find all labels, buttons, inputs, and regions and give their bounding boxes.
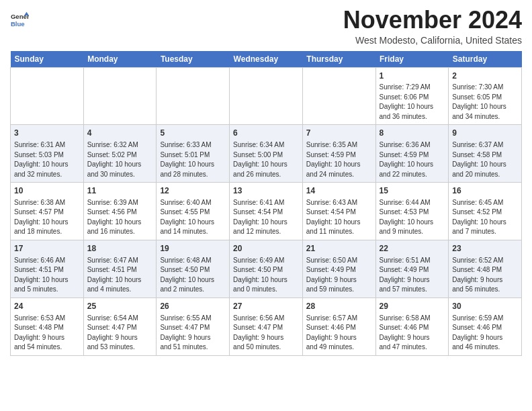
calendar-cell: 29Sunrise: 6:58 AM Sunset: 4:46 PM Dayli… xyxy=(375,298,449,355)
day-info: Sunrise: 6:58 AM Sunset: 4:46 PM Dayligh… xyxy=(380,314,445,353)
calendar-week-4: 17Sunrise: 6:46 AM Sunset: 4:51 PM Dayli… xyxy=(11,240,522,298)
day-info: Sunrise: 6:40 AM Sunset: 4:55 PM Dayligh… xyxy=(160,198,226,237)
day-number: 21 xyxy=(306,243,372,255)
day-number: 18 xyxy=(87,243,153,255)
day-info: Sunrise: 6:41 AM Sunset: 4:54 PM Dayligh… xyxy=(233,198,299,237)
day-number: 13 xyxy=(233,185,299,197)
page-title: November 2024 xyxy=(343,7,522,34)
calendar-cell: 23Sunrise: 6:52 AM Sunset: 4:48 PM Dayli… xyxy=(449,240,522,298)
calendar-cell xyxy=(11,67,84,125)
calendar-cell xyxy=(302,67,375,125)
page-subtitle: West Modesto, California, United States xyxy=(343,35,522,46)
day-info: Sunrise: 6:32 AM Sunset: 5:02 PM Dayligh… xyxy=(87,140,153,179)
day-number: 1 xyxy=(380,71,445,82)
day-number: 3 xyxy=(14,128,80,139)
calendar-cell xyxy=(157,67,230,125)
day-number: 6 xyxy=(233,128,299,139)
day-info: Sunrise: 6:52 AM Sunset: 4:48 PM Dayligh… xyxy=(452,256,518,295)
day-info: Sunrise: 6:36 AM Sunset: 4:59 PM Dayligh… xyxy=(380,140,445,179)
day-info: Sunrise: 6:59 AM Sunset: 4:46 PM Dayligh… xyxy=(452,314,518,353)
day-info: Sunrise: 6:56 AM Sunset: 4:47 PM Dayligh… xyxy=(233,314,299,353)
logo: General Blue xyxy=(10,11,29,30)
day-info: Sunrise: 6:38 AM Sunset: 4:57 PM Dayligh… xyxy=(14,198,80,237)
day-number: 25 xyxy=(87,301,153,312)
day-number: 23 xyxy=(452,243,518,255)
day-info: Sunrise: 6:55 AM Sunset: 4:47 PM Dayligh… xyxy=(160,314,226,353)
logo-icon: General Blue xyxy=(10,11,29,30)
day-info: Sunrise: 6:54 AM Sunset: 4:47 PM Dayligh… xyxy=(87,314,153,353)
day-number: 26 xyxy=(160,301,226,312)
calendar-week-1: 1Sunrise: 7:29 AM Sunset: 6:06 PM Daylig… xyxy=(11,67,522,125)
day-info: Sunrise: 6:33 AM Sunset: 5:01 PM Dayligh… xyxy=(160,140,226,179)
calendar-cell: 7Sunrise: 6:35 AM Sunset: 4:59 PM Daylig… xyxy=(302,125,375,183)
calendar-cell xyxy=(83,67,157,125)
day-number: 8 xyxy=(380,128,445,139)
page-header: General Blue November 2024 West Modesto,… xyxy=(10,7,522,46)
calendar-cell: 14Sunrise: 6:43 AM Sunset: 4:54 PM Dayli… xyxy=(302,183,375,240)
col-header-thursday: Thursday xyxy=(302,51,375,68)
day-info: Sunrise: 7:29 AM Sunset: 6:06 PM Dayligh… xyxy=(380,83,445,122)
day-info: Sunrise: 6:53 AM Sunset: 4:48 PM Dayligh… xyxy=(14,314,80,353)
calendar-cell: 28Sunrise: 6:57 AM Sunset: 4:46 PM Dayli… xyxy=(302,298,375,355)
day-number: 5 xyxy=(160,128,226,139)
day-info: Sunrise: 6:34 AM Sunset: 5:00 PM Dayligh… xyxy=(233,140,299,179)
day-number: 28 xyxy=(306,301,372,312)
day-info: Sunrise: 6:43 AM Sunset: 4:54 PM Dayligh… xyxy=(306,198,372,237)
day-info: Sunrise: 7:30 AM Sunset: 6:05 PM Dayligh… xyxy=(452,83,518,122)
svg-text:Blue: Blue xyxy=(11,20,25,28)
calendar-cell: 20Sunrise: 6:49 AM Sunset: 4:50 PM Dayli… xyxy=(230,240,303,298)
calendar-cell: 11Sunrise: 6:39 AM Sunset: 4:56 PM Dayli… xyxy=(83,183,157,240)
day-info: Sunrise: 6:47 AM Sunset: 4:51 PM Dayligh… xyxy=(87,256,153,295)
day-info: Sunrise: 6:57 AM Sunset: 4:46 PM Dayligh… xyxy=(306,314,372,353)
day-info: Sunrise: 6:50 AM Sunset: 4:49 PM Dayligh… xyxy=(306,256,372,295)
day-info: Sunrise: 6:48 AM Sunset: 4:50 PM Dayligh… xyxy=(160,256,226,295)
day-number: 15 xyxy=(380,185,445,197)
calendar-cell: 21Sunrise: 6:50 AM Sunset: 4:49 PM Dayli… xyxy=(302,240,375,298)
calendar-cell: 4Sunrise: 6:32 AM Sunset: 5:02 PM Daylig… xyxy=(83,125,157,183)
day-number: 16 xyxy=(452,185,518,197)
title-block: November 2024 West Modesto, California, … xyxy=(343,7,522,46)
calendar-cell: 22Sunrise: 6:51 AM Sunset: 4:49 PM Dayli… xyxy=(375,240,449,298)
day-info: Sunrise: 6:49 AM Sunset: 4:50 PM Dayligh… xyxy=(233,256,299,295)
calendar-cell: 10Sunrise: 6:38 AM Sunset: 4:57 PM Dayli… xyxy=(11,183,84,240)
day-number: 20 xyxy=(233,243,299,255)
col-header-friday: Friday xyxy=(375,51,449,68)
calendar-cell: 18Sunrise: 6:47 AM Sunset: 4:51 PM Dayli… xyxy=(83,240,157,298)
day-number: 7 xyxy=(306,128,372,139)
calendar-cell: 3Sunrise: 6:31 AM Sunset: 5:03 PM Daylig… xyxy=(11,125,84,183)
calendar-cell: 17Sunrise: 6:46 AM Sunset: 4:51 PM Dayli… xyxy=(11,240,84,298)
calendar-cell: 6Sunrise: 6:34 AM Sunset: 5:00 PM Daylig… xyxy=(230,125,303,183)
day-number: 4 xyxy=(87,128,153,139)
calendar-week-3: 10Sunrise: 6:38 AM Sunset: 4:57 PM Dayli… xyxy=(11,183,522,240)
day-number: 2 xyxy=(452,71,518,82)
calendar-cell: 8Sunrise: 6:36 AM Sunset: 4:59 PM Daylig… xyxy=(375,125,449,183)
day-number: 14 xyxy=(306,185,372,197)
calendar-cell: 5Sunrise: 6:33 AM Sunset: 5:01 PM Daylig… xyxy=(157,125,230,183)
calendar-cell: 12Sunrise: 6:40 AM Sunset: 4:55 PM Dayli… xyxy=(157,183,230,240)
day-info: Sunrise: 6:51 AM Sunset: 4:49 PM Dayligh… xyxy=(380,256,445,295)
calendar-cell: 26Sunrise: 6:55 AM Sunset: 4:47 PM Dayli… xyxy=(157,298,230,355)
day-number: 9 xyxy=(452,128,518,139)
calendar-table: SundayMondayTuesdayWednesdayThursdayFrid… xyxy=(10,51,522,356)
col-header-sunday: Sunday xyxy=(11,51,84,68)
day-info: Sunrise: 6:46 AM Sunset: 4:51 PM Dayligh… xyxy=(14,256,80,295)
day-number: 24 xyxy=(14,301,80,312)
day-number: 12 xyxy=(160,185,226,197)
day-number: 11 xyxy=(87,185,153,197)
calendar-cell xyxy=(230,67,303,125)
calendar-week-2: 3Sunrise: 6:31 AM Sunset: 5:03 PM Daylig… xyxy=(11,125,522,183)
calendar-cell: 24Sunrise: 6:53 AM Sunset: 4:48 PM Dayli… xyxy=(11,298,84,355)
day-number: 17 xyxy=(14,243,80,255)
day-number: 30 xyxy=(452,301,518,312)
col-header-tuesday: Tuesday xyxy=(157,51,230,68)
calendar-cell: 1Sunrise: 7:29 AM Sunset: 6:06 PM Daylig… xyxy=(375,67,449,125)
day-info: Sunrise: 6:31 AM Sunset: 5:03 PM Dayligh… xyxy=(14,140,80,179)
col-header-wednesday: Wednesday xyxy=(230,51,303,68)
calendar-cell: 19Sunrise: 6:48 AM Sunset: 4:50 PM Dayli… xyxy=(157,240,230,298)
calendar-cell: 27Sunrise: 6:56 AM Sunset: 4:47 PM Dayli… xyxy=(230,298,303,355)
calendar-header-row: SundayMondayTuesdayWednesdayThursdayFrid… xyxy=(11,51,522,68)
col-header-monday: Monday xyxy=(83,51,157,68)
day-info: Sunrise: 6:39 AM Sunset: 4:56 PM Dayligh… xyxy=(87,198,153,237)
calendar-cell: 15Sunrise: 6:44 AM Sunset: 4:53 PM Dayli… xyxy=(375,183,449,240)
day-info: Sunrise: 6:35 AM Sunset: 4:59 PM Dayligh… xyxy=(306,140,372,179)
